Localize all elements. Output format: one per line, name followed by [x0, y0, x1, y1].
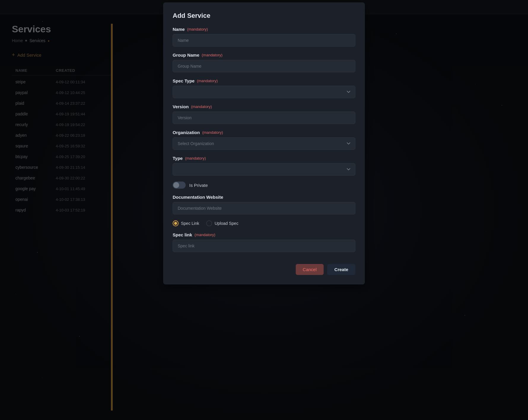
is-private-toggle[interactable] — [173, 182, 186, 189]
add-service-modal: Add Service Name (mandatory) Group Name … — [163, 2, 365, 284]
spec-source-radio-group: Spec Link Upload Spec — [173, 220, 355, 226]
documentation-website-label: Documentation Website — [173, 195, 355, 200]
toggle-knob — [173, 182, 179, 188]
spec-type-field-group: Spec Type (mandatory) — [173, 78, 355, 98]
type-select[interactable] — [173, 163, 355, 176]
spec-link-radio-label: Spec Link — [181, 221, 199, 226]
upload-spec-radio-label: Upload Spec — [214, 221, 238, 226]
spec-link-label: Spec link (mandatory) — [173, 232, 355, 237]
upload-spec-radio[interactable]: Upload Spec — [206, 220, 238, 226]
spec-link-radio[interactable]: Spec Link — [173, 220, 199, 226]
spec-type-select[interactable] — [173, 86, 355, 98]
group-name-label: Group Name (mandatory) — [173, 52, 355, 58]
type-field-group: Type (mandatory) — [173, 156, 355, 176]
spec-type-label: Spec Type (mandatory) — [173, 78, 355, 83]
modal-title: Add Service — [173, 12, 355, 20]
organization-select[interactable]: Select Organization — [173, 137, 355, 150]
version-input[interactable] — [173, 112, 355, 124]
modal-footer: Cancel Create — [173, 259, 355, 275]
name-field-group: Name (mandatory) — [173, 27, 355, 47]
name-input[interactable] — [173, 34, 355, 47]
version-field-group: Version (mandatory) — [173, 104, 355, 124]
type-label: Type (mandatory) — [173, 156, 355, 161]
is-private-label: Is Private — [189, 183, 208, 188]
is-private-group: Is Private — [173, 182, 355, 189]
version-label: Version (mandatory) — [173, 104, 355, 109]
organization-field-group: Organization (mandatory) Select Organiza… — [173, 130, 355, 150]
name-label: Name (mandatory) — [173, 27, 355, 32]
documentation-website-input[interactable] — [173, 202, 355, 214]
upload-spec-radio-circle — [206, 220, 212, 226]
spec-link-field-group: Spec link (mandatory) — [173, 232, 355, 252]
group-name-input[interactable] — [173, 60, 355, 72]
cancel-button[interactable]: Cancel — [296, 264, 324, 275]
documentation-website-field-group: Documentation Website — [173, 195, 355, 214]
group-name-field-group: Group Name (mandatory) — [173, 52, 355, 72]
modal-overlay: Add Service Name (mandatory) Group Name … — [0, 0, 528, 420]
spec-link-input[interactable] — [173, 240, 355, 252]
spec-link-radio-circle — [173, 220, 179, 226]
organization-label: Organization (mandatory) — [173, 130, 355, 135]
create-button[interactable]: Create — [327, 264, 355, 275]
